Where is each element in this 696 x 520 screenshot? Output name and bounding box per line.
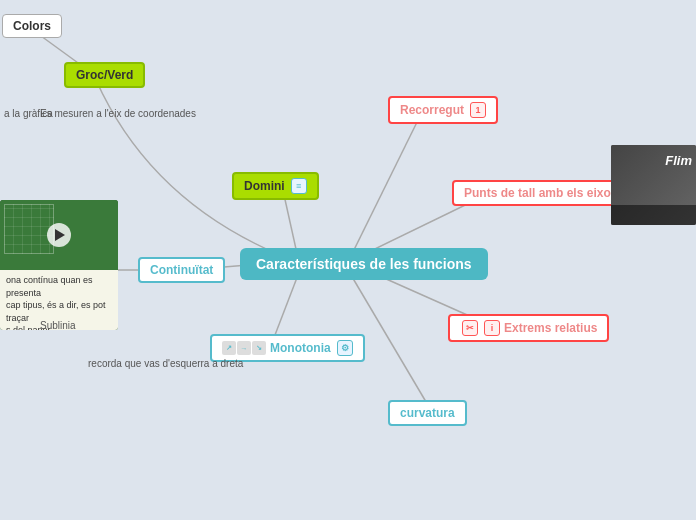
monotonia-badge: ⚙ <box>337 340 353 356</box>
domini-badge: ≡ <box>291 178 307 194</box>
domini-node[interactable]: Domini ≡ <box>232 172 319 200</box>
image-card-grid <box>4 204 54 254</box>
mono-icon-2: → <box>237 341 251 355</box>
curvatura-node[interactable]: curvatura <box>388 400 467 426</box>
extrems-badge-info: i <box>484 320 500 336</box>
center-node[interactable]: Característiques de les funcions <box>240 248 488 280</box>
play-icon <box>55 229 65 241</box>
center-label: Característiques de les funcions <box>256 256 472 272</box>
image-card: ona contínua quan es presenta cap tipus,… <box>0 200 118 330</box>
continuitat-label: Continuïtat <box>150 263 213 277</box>
domini-label: Domini <box>244 179 285 193</box>
monotonia-label: Monotonia <box>270 341 331 355</box>
video-thumbnail[interactable]: Flim <box>611 145 696 225</box>
video-dark-bar <box>611 205 696 225</box>
mono-icon-1: ↗ <box>222 341 236 355</box>
recorregut-badge: 1 <box>470 102 486 118</box>
video-inner: Flim <box>611 145 696 225</box>
sublinia-label: Sublinia <box>40 320 76 331</box>
recorregut-node[interactable]: Recorregut 1 <box>388 96 498 124</box>
mind-map: Colors Groc/Verd a la gràfica Es mesuren… <box>0 0 696 520</box>
curvatura-label: curvatura <box>400 406 455 420</box>
extrems-badge-scissors: ✂ <box>462 320 478 336</box>
recorregut-label: Recorregut <box>400 103 464 117</box>
play-button[interactable] <box>47 223 71 247</box>
mono-icons: ↗ → ↘ <box>222 341 266 355</box>
extrems-label: Extrems relatius <box>504 321 597 335</box>
punts-node[interactable]: Punts de tall amb els eixos <box>452 180 629 206</box>
svg-line-0 <box>348 112 422 262</box>
punts-label: Punts de tall amb els eixos <box>464 186 617 200</box>
colors-button[interactable]: Colors <box>2 14 62 38</box>
groc-verd-node[interactable]: Groc/Verd <box>64 62 145 88</box>
es-mesuren-label: Es mesuren a l'eix de coordenades <box>40 108 196 119</box>
extrems-node[interactable]: ✂ i Extrems relatius <box>448 314 609 342</box>
recorda-label: recorda que vas d'esquerra a dreta <box>88 358 243 369</box>
mono-icon-3: ↘ <box>252 341 266 355</box>
groc-verd-label: Groc/Verd <box>76 68 133 82</box>
continuitat-node[interactable]: Continuïtat <box>138 257 225 283</box>
colors-label: Colors <box>13 19 51 33</box>
image-card-top <box>0 200 118 270</box>
video-text: Flim <box>665 153 692 168</box>
